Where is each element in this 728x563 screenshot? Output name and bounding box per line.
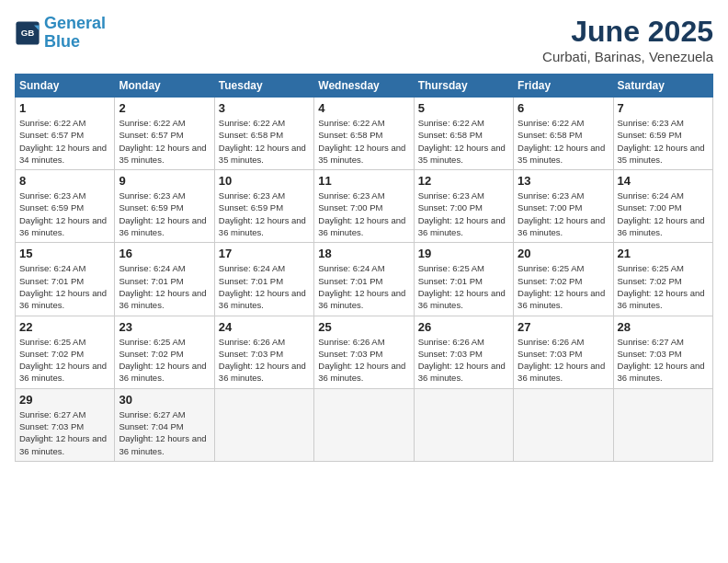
logo: GB General Blue	[15, 15, 106, 52]
day-number: 14	[618, 174, 709, 188]
day-info: Sunrise: 6:23 AM Sunset: 6:59 PM Dayligh…	[219, 190, 310, 238]
calendar-cell: 16 Sunrise: 6:24 AM Sunset: 7:01 PM Dayl…	[115, 243, 214, 316]
day-number: 7	[618, 101, 709, 115]
day-info: Sunrise: 6:25 AM Sunset: 7:02 PM Dayligh…	[518, 262, 609, 311]
day-number: 27	[518, 320, 609, 334]
calendar-cell: 2 Sunrise: 6:22 AM Sunset: 6:57 PM Dayli…	[115, 98, 214, 170]
day-number: 16	[119, 247, 210, 260]
day-number: 6	[518, 101, 609, 115]
weekday-header: Monday	[115, 75, 214, 98]
calendar-cell	[214, 388, 313, 461]
day-number: 26	[418, 320, 509, 334]
calendar-cell: 22 Sunrise: 6:25 AM Sunset: 7:02 PM Dayl…	[16, 316, 115, 388]
day-info: Sunrise: 6:23 AM Sunset: 7:00 PM Dayligh…	[318, 190, 409, 238]
day-number: 19	[418, 247, 509, 260]
calendar-week-row: 22 Sunrise: 6:25 AM Sunset: 7:02 PM Dayl…	[16, 316, 713, 388]
day-info: Sunrise: 6:23 AM Sunset: 6:59 PM Dayligh…	[618, 117, 709, 166]
day-number: 15	[19, 247, 110, 260]
day-number: 13	[518, 174, 609, 188]
day-number: 5	[418, 101, 509, 115]
calendar-cell: 26 Sunrise: 6:26 AM Sunset: 7:03 PM Dayl…	[414, 316, 513, 388]
calendar-cell: 3 Sunrise: 6:22 AM Sunset: 6:58 PM Dayli…	[214, 98, 313, 170]
weekday-header: Wednesday	[314, 75, 414, 98]
day-number: 30	[119, 393, 210, 407]
calendar-cell: 10 Sunrise: 6:23 AM Sunset: 6:59 PM Dayl…	[214, 170, 313, 243]
weekday-header: Friday	[514, 75, 613, 98]
calendar-cell: 17 Sunrise: 6:24 AM Sunset: 7:01 PM Dayl…	[214, 243, 313, 316]
day-info: Sunrise: 6:22 AM Sunset: 6:58 PM Dayligh…	[318, 117, 409, 166]
day-info: Sunrise: 6:25 AM Sunset: 7:01 PM Dayligh…	[418, 262, 509, 311]
calendar-week-row: 15 Sunrise: 6:24 AM Sunset: 7:01 PM Dayl…	[16, 243, 713, 316]
calendar-cell: 1 Sunrise: 6:22 AM Sunset: 6:57 PM Dayli…	[16, 98, 115, 170]
day-info: Sunrise: 6:27 AM Sunset: 7:03 PM Dayligh…	[19, 408, 110, 457]
day-info: Sunrise: 6:25 AM Sunset: 7:02 PM Dayligh…	[119, 336, 210, 385]
calendar-cell: 4 Sunrise: 6:22 AM Sunset: 6:58 PM Dayli…	[314, 98, 414, 170]
day-number: 1	[19, 101, 110, 115]
calendar-cell: 28 Sunrise: 6:27 AM Sunset: 7:03 PM Dayl…	[613, 316, 712, 388]
day-number: 11	[318, 174, 409, 188]
day-number: 22	[19, 320, 110, 334]
day-number: 23	[119, 320, 210, 334]
day-info: Sunrise: 6:22 AM Sunset: 6:58 PM Dayligh…	[219, 117, 310, 166]
calendar-cell: 8 Sunrise: 6:23 AM Sunset: 6:59 PM Dayli…	[16, 170, 115, 243]
day-number: 12	[418, 174, 509, 188]
page-header: GB General Blue June 2025 Curbati, Barin…	[15, 15, 713, 64]
day-number: 9	[119, 174, 210, 188]
calendar-cell	[613, 388, 712, 461]
logo-icon: GB	[15, 20, 40, 46]
title-area: June 2025 Curbati, Barinas, Venezuela	[542, 15, 713, 64]
day-number: 21	[618, 247, 709, 260]
calendar-cell: 11 Sunrise: 6:23 AM Sunset: 7:00 PM Dayl…	[314, 170, 414, 243]
calendar-cell	[414, 388, 513, 461]
day-info: Sunrise: 6:25 AM Sunset: 7:02 PM Dayligh…	[618, 262, 709, 311]
day-number: 29	[19, 393, 110, 407]
calendar-cell: 19 Sunrise: 6:25 AM Sunset: 7:01 PM Dayl…	[414, 243, 513, 316]
day-info: Sunrise: 6:27 AM Sunset: 7:03 PM Dayligh…	[618, 336, 709, 385]
day-info: Sunrise: 6:24 AM Sunset: 7:01 PM Dayligh…	[318, 262, 409, 311]
day-info: Sunrise: 6:25 AM Sunset: 7:02 PM Dayligh…	[19, 336, 110, 385]
calendar-cell: 18 Sunrise: 6:24 AM Sunset: 7:01 PM Dayl…	[314, 243, 414, 316]
weekday-header: Tuesday	[214, 75, 313, 98]
logo-text: General Blue	[44, 15, 106, 52]
calendar-cell: 14 Sunrise: 6:24 AM Sunset: 7:00 PM Dayl…	[613, 170, 712, 243]
calendar-cell: 15 Sunrise: 6:24 AM Sunset: 7:01 PM Dayl…	[16, 243, 115, 316]
calendar-week-row: 29 Sunrise: 6:27 AM Sunset: 7:03 PM Dayl…	[16, 388, 713, 461]
calendar-cell: 20 Sunrise: 6:25 AM Sunset: 7:02 PM Dayl…	[514, 243, 613, 316]
day-number: 3	[219, 101, 310, 115]
calendar-title: June 2025	[542, 15, 713, 49]
day-info: Sunrise: 6:24 AM Sunset: 7:01 PM Dayligh…	[19, 262, 110, 311]
weekday-header: Thursday	[414, 75, 513, 98]
day-number: 25	[318, 320, 409, 334]
day-info: Sunrise: 6:22 AM Sunset: 6:57 PM Dayligh…	[19, 117, 110, 166]
day-number: 10	[219, 174, 310, 188]
weekday-header: Sunday	[16, 75, 115, 98]
calendar-cell: 30 Sunrise: 6:27 AM Sunset: 7:04 PM Dayl…	[115, 388, 214, 461]
calendar-cell: 24 Sunrise: 6:26 AM Sunset: 7:03 PM Dayl…	[214, 316, 313, 388]
day-number: 4	[318, 101, 409, 115]
day-info: Sunrise: 6:22 AM Sunset: 6:58 PM Dayligh…	[418, 117, 509, 166]
day-info: Sunrise: 6:23 AM Sunset: 6:59 PM Dayligh…	[19, 190, 110, 238]
day-number: 18	[318, 247, 409, 260]
calendar-subtitle: Curbati, Barinas, Venezuela	[542, 49, 713, 64]
day-number: 17	[219, 247, 310, 260]
day-info: Sunrise: 6:26 AM Sunset: 7:03 PM Dayligh…	[418, 336, 509, 385]
day-number: 2	[119, 101, 210, 115]
calendar-cell: 5 Sunrise: 6:22 AM Sunset: 6:58 PM Dayli…	[414, 98, 513, 170]
calendar-cell: 23 Sunrise: 6:25 AM Sunset: 7:02 PM Dayl…	[115, 316, 214, 388]
calendar-cell: 12 Sunrise: 6:23 AM Sunset: 7:00 PM Dayl…	[414, 170, 513, 243]
calendar-cell: 27 Sunrise: 6:26 AM Sunset: 7:03 PM Dayl…	[514, 316, 613, 388]
day-info: Sunrise: 6:22 AM Sunset: 6:57 PM Dayligh…	[119, 117, 210, 166]
day-info: Sunrise: 6:24 AM Sunset: 7:00 PM Dayligh…	[618, 190, 709, 238]
day-info: Sunrise: 6:23 AM Sunset: 7:00 PM Dayligh…	[418, 190, 509, 238]
calendar-cell: 29 Sunrise: 6:27 AM Sunset: 7:03 PM Dayl…	[16, 388, 115, 461]
calendar-week-row: 1 Sunrise: 6:22 AM Sunset: 6:57 PM Dayli…	[16, 98, 713, 170]
calendar-cell	[514, 388, 613, 461]
day-info: Sunrise: 6:23 AM Sunset: 6:59 PM Dayligh…	[119, 190, 210, 238]
day-info: Sunrise: 6:23 AM Sunset: 7:00 PM Dayligh…	[518, 190, 609, 238]
day-info: Sunrise: 6:26 AM Sunset: 7:03 PM Dayligh…	[219, 336, 310, 385]
calendar-table: SundayMondayTuesdayWednesdayThursdayFrid…	[15, 74, 713, 462]
calendar-cell	[314, 388, 414, 461]
calendar-week-row: 8 Sunrise: 6:23 AM Sunset: 6:59 PM Dayli…	[16, 170, 713, 243]
day-info: Sunrise: 6:26 AM Sunset: 7:03 PM Dayligh…	[518, 336, 609, 385]
day-info: Sunrise: 6:27 AM Sunset: 7:04 PM Dayligh…	[119, 408, 210, 457]
